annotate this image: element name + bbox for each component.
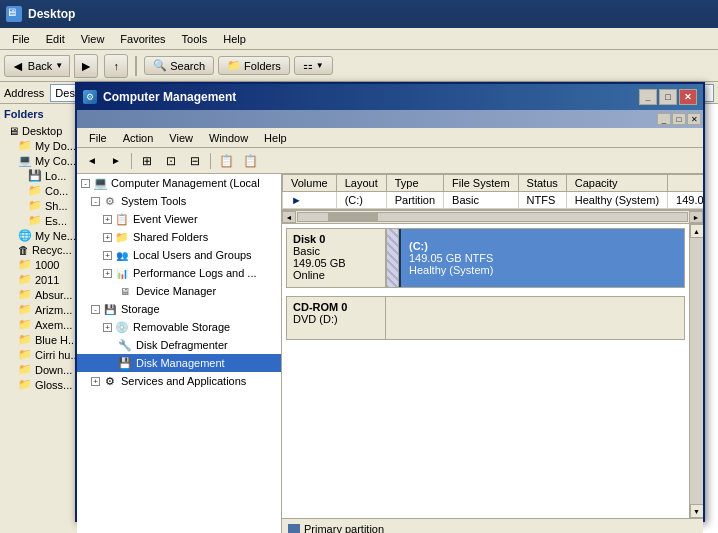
cm-menu-action[interactable]: Action <box>115 131 162 145</box>
up-button[interactable]: ↑ <box>104 54 128 78</box>
cm-toolbar: ◄ ► ⊞ ⊡ ⊟ 📋 📋 <box>77 148 703 174</box>
tree-disk-management[interactable]: 💾 Disk Management <box>77 354 281 372</box>
cm-menu-window[interactable]: Window <box>201 131 256 145</box>
col-status[interactable]: Status <box>518 175 566 192</box>
disk-0-size: 149.05 GB <box>293 257 379 269</box>
mycomputer-icon: 💻 <box>18 154 32 167</box>
tree-local-users[interactable]: + 👥 Local Users and Groups <box>77 246 281 264</box>
back-button[interactable]: ◄ Back ▼ <box>4 55 70 77</box>
scroll-thumb[interactable] <box>328 213 378 221</box>
cm-tool-hide[interactable]: ⊟ <box>184 151 206 171</box>
tree-disk-defrag[interactable]: 🔧 Disk Defragmenter <box>77 336 281 354</box>
folders-section-title: Folders <box>4 108 85 120</box>
col-volume[interactable]: Volume <box>283 175 337 192</box>
row-arrow: ► <box>283 192 337 209</box>
cm-maximize-button[interactable]: □ <box>659 89 677 105</box>
sidebar-item-mydocs[interactable]: 📁My Do... <box>4 138 85 153</box>
tree-root[interactable]: - 💻 Computer Management (Local <box>77 174 281 192</box>
cm-menu-file[interactable]: File <box>81 131 115 145</box>
cm-tool-up[interactable]: ⊞ <box>136 151 158 171</box>
sidebar-item-gloss[interactable]: 📁Gloss... <box>4 377 85 392</box>
sidebar-item-1000[interactable]: 📁1000 <box>4 257 85 272</box>
mynet-icon: 🌐 <box>18 229 32 242</box>
scroll-down-btn[interactable]: ▼ <box>690 504 704 518</box>
cm-tool-show[interactable]: ⊡ <box>160 151 182 171</box>
cm-menu-help[interactable]: Help <box>256 131 295 145</box>
cm-minimize-button[interactable]: _ <box>639 89 657 105</box>
col-capacity[interactable]: Capacity <box>566 175 667 192</box>
folder-absur-icon: 📁 <box>18 288 32 301</box>
sidebar-item-co[interactable]: 📁Co... <box>4 183 85 198</box>
cm-inner-close[interactable]: ✕ <box>687 113 701 125</box>
desktop-icon: 🖥 <box>6 6 22 22</box>
explorer-menu-help[interactable]: Help <box>215 31 254 47</box>
tree-system-tools[interactable]: - ⚙ System Tools <box>77 192 281 210</box>
sidebar-item-sh[interactable]: 📁Sh... <box>4 198 85 213</box>
cm-tool-back[interactable]: ◄ <box>81 151 103 171</box>
explorer-menu-edit[interactable]: Edit <box>38 31 73 47</box>
performance-icon: 📊 <box>114 265 130 281</box>
tree-services[interactable]: + ⚙ Services and Applications <box>77 372 281 390</box>
shared-folders-expand: + <box>103 233 112 242</box>
cm-menu-view[interactable]: View <box>161 131 201 145</box>
explorer-menu-favorites[interactable]: Favorites <box>112 31 173 47</box>
tree-event-viewer[interactable]: + 📋 Event Viewer <box>77 210 281 228</box>
services-expand: + <box>91 377 100 386</box>
disk-0-state: Online <box>293 269 379 281</box>
sidebar-item-local[interactable]: 💾Lo... <box>4 168 85 183</box>
toolbar-sep-2 <box>210 153 211 169</box>
sidebar-item-mynet[interactable]: 🌐My Ne... <box>4 228 85 243</box>
tree-device-manager[interactable]: 🖥 Device Manager <box>77 282 281 300</box>
col-type[interactable]: Type <box>386 175 443 192</box>
col-extra[interactable] <box>668 175 703 192</box>
sidebar-item-2011[interactable]: 📁2011 <box>4 272 85 287</box>
tree-removable-storage[interactable]: + 💿 Removable Storage <box>77 318 281 336</box>
sidebar-item-axem[interactable]: 📁Axem... <box>4 317 85 332</box>
disk-0-row: Disk 0 Basic 149.05 GB Online (C:) 149.0… <box>286 228 685 288</box>
services-icon: ⚙ <box>102 373 118 389</box>
tree-storage[interactable]: - 💾 Storage <box>77 300 281 318</box>
explorer-menu-tools[interactable]: Tools <box>174 31 216 47</box>
sidebar-item-es[interactable]: 📁Es... <box>4 213 85 228</box>
sidebar-item-mycomputer[interactable]: 💻My Co... <box>4 153 85 168</box>
event-viewer-icon: 📋 <box>114 211 130 227</box>
col-layout[interactable]: Layout <box>336 175 386 192</box>
disk-defrag-icon: 🔧 <box>117 337 133 353</box>
cm-inner-minimize[interactable]: _ <box>657 113 671 125</box>
table-row[interactable]: ► (C:) Partition Basic NTFS Healthy (Sys… <box>283 192 704 209</box>
views-button[interactable]: ⚏ ▼ <box>294 56 333 75</box>
sidebar-item-recycle[interactable]: 🗑Recyc... <box>4 243 85 257</box>
tree-storage-label: Storage <box>121 303 160 315</box>
explorer-menu-view[interactable]: View <box>73 31 113 47</box>
cm-inner-restore[interactable]: □ <box>672 113 686 125</box>
sidebar-item-blueh[interactable]: 📁Blue H... <box>4 332 85 347</box>
search-button[interactable]: 🔍 Search <box>144 56 214 75</box>
views-icon: ⚏ <box>303 59 313 72</box>
cm-title-buttons: _ □ ✕ <box>639 89 697 105</box>
cm-inner-titlebar: _ □ ✕ <box>77 110 703 128</box>
col-filesystem[interactable]: File System <box>444 175 518 192</box>
folder-axem-icon: 📁 <box>18 318 32 331</box>
sidebar-item-desktop[interactable]: 🖥Desktop <box>4 124 85 138</box>
cm-tool-export[interactable]: 📋 <box>215 151 237 171</box>
tree-shared-folders[interactable]: + 📁 Shared Folders <box>77 228 281 246</box>
sidebar-item-down[interactable]: 📁Down... <box>4 362 85 377</box>
folders-button[interactable]: 📁 Folders <box>218 56 290 75</box>
cm-tool-properties[interactable]: 📋 <box>239 151 261 171</box>
sh-icon: 📁 <box>28 199 42 212</box>
scroll-up-btn[interactable]: ▲ <box>690 224 704 238</box>
explorer-menu-file[interactable]: File <box>4 31 38 47</box>
explorer-menubar: File Edit View Favorites Tools Help <box>0 28 718 50</box>
scroll-left-btn[interactable]: ◄ <box>282 211 296 223</box>
forward-button[interactable]: ► <box>74 54 98 78</box>
sidebar-item-cirri[interactable]: 📁Cirri hu... <box>4 347 85 362</box>
scroll-right-btn[interactable]: ► <box>689 211 703 223</box>
c-partition[interactable]: (C:) 149.05 GB NTFS Healthy (System) <box>399 229 684 287</box>
sidebar-item-arizm[interactable]: 📁Arizm... <box>4 302 85 317</box>
tree-performance[interactable]: + 📊 Performance Logs and ... <box>77 264 281 282</box>
cm-tool-forward[interactable]: ► <box>105 151 127 171</box>
sidebar-item-absur[interactable]: 📁Absur... <box>4 287 85 302</box>
cm-close-button[interactable]: ✕ <box>679 89 697 105</box>
desktop: 🖥 Desktop File Edit View Favorites Tools… <box>0 0 718 533</box>
scroll-track-vertical <box>691 238 703 504</box>
